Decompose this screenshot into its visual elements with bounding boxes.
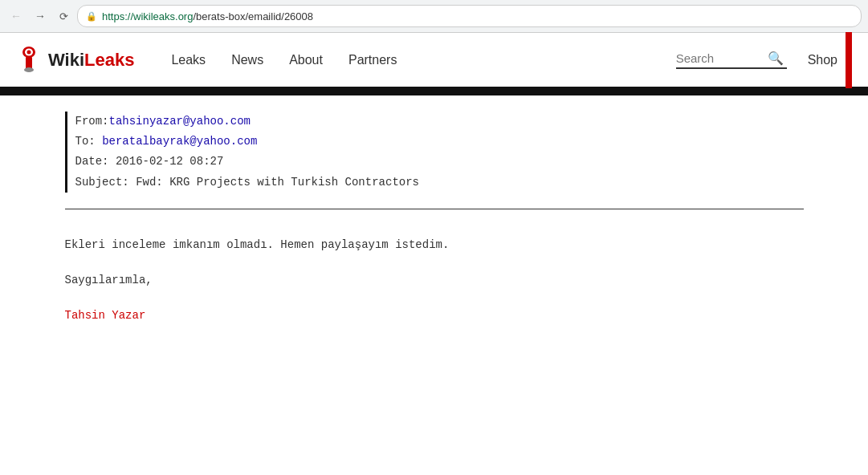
- email-to-line: To: beratalbayrak@yahoo.com: [75, 132, 804, 152]
- lock-icon: 🔒: [86, 11, 97, 22]
- search-button[interactable]: 🔍: [764, 51, 787, 66]
- email-divider: [65, 209, 804, 209]
- subject-value: Fwd: KRG Projects with Turkish Contracto…: [136, 176, 419, 189]
- email-signature: Tahsin Yazar: [65, 304, 804, 327]
- main-nav: Leaks News About Partners: [158, 33, 410, 87]
- date-label: Date:: [75, 155, 109, 168]
- email-body-line2: Saygılarımla,: [65, 269, 804, 291]
- logo-link[interactable]: WikiLeaks: [16, 44, 134, 76]
- email-meta: From:tahsinyazar@yahoo.com To: beratalba…: [75, 112, 804, 193]
- nav-item-news[interactable]: News: [218, 33, 276, 87]
- address-bar[interactable]: 🔒 https://wikileaks.org/berats-box/email…: [77, 5, 862, 27]
- red-accent-bar: [846, 32, 852, 88]
- shop-link[interactable]: Shop: [800, 53, 846, 67]
- to-value: beratalbayrak@yahoo.com: [102, 135, 257, 148]
- svg-point-4: [24, 67, 34, 72]
- email-header: From:tahsinyazar@yahoo.com To: beratalba…: [65, 112, 804, 193]
- search-input[interactable]: [676, 51, 764, 65]
- nav-item-about[interactable]: About: [276, 33, 336, 87]
- logo-icon: [16, 44, 42, 76]
- back-button[interactable]: ←: [6, 6, 26, 26]
- to-label: To:: [75, 135, 96, 148]
- reload-button[interactable]: ⟳: [55, 7, 72, 25]
- from-label: From:: [75, 115, 109, 128]
- email-container: From:tahsinyazar@yahoo.com To: beratalba…: [33, 95, 836, 371]
- header-right: 🔍 Shop: [676, 51, 846, 69]
- logo-text: WikiLeaks: [48, 50, 134, 71]
- email-date-line: Date: 2016-02-12 08:27: [75, 152, 804, 172]
- email-body: Ekleri inceleme imkanım olmadı. Hemen pa…: [65, 233, 804, 327]
- nav-item-partners[interactable]: Partners: [336, 33, 410, 87]
- email-body-line1: Ekleri inceleme imkanım olmadı. Hemen pa…: [65, 233, 804, 256]
- nav-item-leaks[interactable]: Leaks: [158, 33, 218, 87]
- site-header: WikiLeaks Leaks News About Partners 🔍 Sh…: [0, 33, 868, 89]
- subject-label: Subject:: [75, 176, 129, 189]
- wikileaks-logo-svg: [18, 46, 40, 75]
- browser-chrome: ← → ⟳ 🔒 https://wikileaks.org/berats-box…: [0, 0, 868, 33]
- svg-point-2: [27, 50, 31, 54]
- date-value: 2016-02-12 08:27: [116, 155, 223, 168]
- forward-button[interactable]: →: [31, 6, 50, 26]
- email-from-line: From:tahsinyazar@yahoo.com: [75, 112, 804, 132]
- url-text: https://wikileaks.org/berats-box/emailid…: [102, 10, 313, 22]
- browser-toolbar: ← → ⟳ 🔒 https://wikileaks.org/berats-box…: [0, 0, 868, 32]
- from-value: tahsinyazar@yahoo.com: [109, 115, 251, 128]
- search-box: 🔍: [676, 51, 787, 69]
- email-subject-line: Subject: Fwd: KRG Projects with Turkish …: [75, 173, 804, 193]
- black-bar: [0, 89, 868, 95]
